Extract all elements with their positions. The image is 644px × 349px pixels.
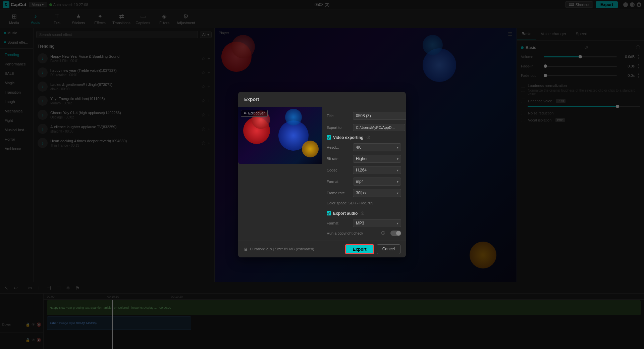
edit-cover-button[interactable]: ✏ Edit cover [241, 110, 268, 117]
format-select-wrapper: mp4 mov ▾ [353, 178, 401, 186]
export-modal: Export ✏ Edit cover [238, 92, 406, 257]
video-section-info-icon[interactable]: ⓘ [367, 135, 370, 140]
modal-duration-size: Duration: 21s | Size: 89 MB (estimated) [250, 247, 314, 251]
audio-section-info-icon[interactable]: ⓘ [361, 211, 364, 216]
bitrate-field: Bit rate Higher High Medium ▾ [327, 155, 401, 163]
modal-actions: Export Cancel [345, 244, 400, 254]
audio-section-header: Export audio ⓘ [327, 211, 401, 216]
modal-footer: 🖥 Duration: 21s | Size: 89 MB (estimated… [238, 241, 406, 257]
audio-format-field: Format MP3 AAC WAV ▾ [327, 219, 401, 227]
codec-select[interactable]: H.264 H.265 [353, 166, 401, 174]
modal-overlay[interactable]: Export ✏ Edit cover [0, 0, 644, 349]
modal-preview: ✏ Edit cover [238, 107, 322, 241]
video-export-checkbox[interactable] [327, 135, 331, 140]
modal-cancel-button[interactable]: Cancel [377, 244, 400, 254]
audio-export-checkbox[interactable] [327, 211, 331, 215]
exportto-label: Export to [327, 126, 350, 130]
resolution-label: Resol... [327, 145, 350, 149]
color-space-text: Color space: SDR - Rec.709 [327, 200, 401, 206]
modal-info: 🖥 Duration: 21s | Size: 89 MB (estimated… [244, 247, 314, 252]
bitrate-select-wrapper: Higher High Medium ▾ [353, 155, 401, 163]
codec-label: Codec [327, 168, 350, 172]
modal-header: Export [238, 92, 406, 107]
pencil-icon: ✏ [244, 111, 247, 115]
framerate-field: Frame rate 30fps 60fps 24fps ▾ [327, 189, 401, 197]
title-input[interactable] [353, 112, 406, 120]
modal-right: Title Export to 📁 Video exporting ⓘ [322, 107, 406, 241]
audio-format-label: Format [327, 221, 350, 225]
codec-field: Codec H.264 H.265 ▾ [327, 166, 401, 174]
monitor-icon: 🖥 [244, 247, 248, 252]
modal-preview-image: ✏ Edit cover [238, 107, 322, 164]
framerate-select[interactable]: 30fps 60fps 24fps [353, 189, 401, 197]
preview-firework-blue2 [285, 109, 302, 126]
audio-format-select[interactable]: MP3 AAC WAV [353, 219, 401, 227]
video-section-title: Video exporting [333, 135, 363, 140]
preview-firework-yellow [302, 141, 319, 157]
export-path-wrapper: 📁 [353, 123, 406, 132]
modal-export-button[interactable]: Export [345, 244, 374, 254]
audio-format-select-wrapper: MP3 AAC WAV ▾ [353, 219, 401, 227]
export-path-input[interactable] [353, 124, 405, 131]
edit-cover-label: Edit cover [248, 111, 265, 115]
codec-select-wrapper: H.264 H.265 ▾ [353, 166, 401, 174]
modal-body: ✏ Edit cover Title Export to 📁 [238, 107, 406, 241]
copyright-info-icon[interactable]: ⓘ [381, 231, 385, 236]
toggle-thumb [396, 231, 401, 236]
framerate-select-wrapper: 30fps 60fps 24fps ▾ [353, 189, 401, 197]
modal-exportto-field: Export to 📁 [327, 123, 401, 132]
video-section-header: Video exporting ⓘ [327, 135, 401, 140]
resolution-select-wrapper: 4K 1080p 720p ▾ [353, 143, 401, 151]
bitrate-select[interactable]: Higher High Medium [353, 155, 401, 163]
format-select[interactable]: mp4 mov [353, 178, 401, 186]
audio-section-title: Export audio [333, 211, 358, 216]
resolution-select[interactable]: 4K 1080p 720p [353, 143, 401, 151]
framerate-label: Frame rate [327, 191, 350, 195]
copyright-label: Run a copyright check [327, 231, 379, 235]
copyright-toggle[interactable] [390, 231, 401, 236]
modal-title-field: Title [327, 112, 401, 120]
format-field: Format mp4 mov ▾ [327, 178, 401, 186]
copyright-field: Run a copyright check ⓘ [327, 231, 401, 236]
title-label: Title [327, 114, 350, 118]
resolution-field: Resol... 4K 1080p 720p ▾ [327, 143, 401, 151]
bitrate-label: Bit rate [327, 157, 350, 161]
format-label: Format [327, 180, 350, 184]
